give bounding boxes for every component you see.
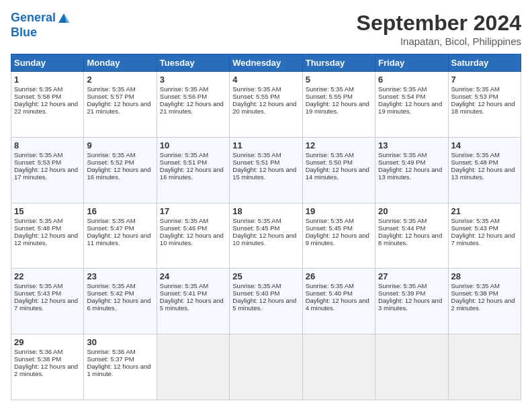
daylight: Daylight: 12 hours and 12 minutes. [14,232,78,246]
calendar-cell: 4 Sunrise: 5:35 AM Sunset: 5:55 PM Dayli… [230,72,302,138]
day-number: 1 [14,75,81,85]
day-number: 7 [451,75,518,85]
sunrise: Sunrise: 5:35 AM [87,85,135,93]
col-sunday: Sunday [11,54,84,72]
sunset: Sunset: 5:53 PM [14,158,61,166]
day-number: 12 [306,140,372,150]
calendar-cell: 19 Sunrise: 5:35 AM Sunset: 5:45 PM Dayl… [302,203,375,269]
daylight: Daylight: 12 hours and 14 minutes. [306,166,369,181]
sunset: Sunset: 5:54 PM [378,93,425,100]
calendar-cell: 12 Sunrise: 5:35 AM Sunset: 5:50 PM Dayl… [302,137,375,203]
calendar-cell: 1 Sunrise: 5:35 AM Sunset: 5:58 PM Dayli… [11,72,84,138]
calendar-cell: 18 Sunrise: 5:35 AM Sunset: 5:45 PM Dayl… [230,203,302,269]
sunrise: Sunrise: 5:35 AM [232,217,281,224]
sunrise: Sunrise: 5:35 AM [306,217,354,224]
col-thursday: Thursday [302,54,375,72]
calendar-week-5: 29 Sunrise: 5:36 AM Sunset: 5:38 PM Dayl… [11,334,521,400]
day-number: 2 [87,75,153,85]
calendar-cell: 29 Sunrise: 5:36 AM Sunset: 5:38 PM Dayl… [11,334,84,400]
sunrise: Sunrise: 5:35 AM [87,151,135,158]
day-number: 20 [378,206,445,216]
sunset: Sunset: 5:46 PM [160,224,207,232]
sunset: Sunset: 5:58 PM [14,93,61,100]
daylight: Daylight: 12 hours and 13 minutes. [451,166,515,181]
calendar-cell: 22 Sunrise: 5:35 AM Sunset: 5:43 PM Dayl… [11,269,84,334]
calendar-cell [230,334,302,400]
sunrise: Sunrise: 5:35 AM [451,151,500,158]
daylight: Daylight: 12 hours and 6 minutes. [87,297,150,312]
page: General Blue September 2024 Inapatan, Bi… [0,0,532,411]
daylight: Daylight: 12 hours and 4 minutes. [306,297,369,312]
sunset: Sunset: 5:55 PM [306,93,353,100]
sunset: Sunset: 5:39 PM [378,289,425,297]
day-number: 22 [14,271,81,281]
calendar-cell: 23 Sunrise: 5:35 AM Sunset: 5:42 PM Dayl… [84,269,157,334]
sunrise: Sunrise: 5:35 AM [306,85,354,93]
day-number: 19 [306,206,372,216]
logo-general: General [11,11,56,24]
calendar-cell: 30 Sunrise: 5:36 AM Sunset: 5:37 PM Dayl… [84,334,157,400]
day-number: 4 [232,75,299,85]
sunset: Sunset: 5:49 PM [378,158,425,166]
logo-icon [57,12,71,24]
sunset: Sunset: 5:55 PM [232,93,279,100]
calendar-cell: 8 Sunrise: 5:35 AM Sunset: 5:53 PM Dayli… [11,137,84,203]
daylight: Daylight: 12 hours and 1 minute. [87,363,150,377]
sunset: Sunset: 5:45 PM [306,224,353,232]
daylight: Daylight: 12 hours and 2 minutes. [451,297,515,312]
month-title: September 2024 [357,11,521,36]
day-number: 27 [378,271,445,281]
sunset: Sunset: 5:38 PM [451,289,498,297]
daylight: Daylight: 12 hours and 13 minutes. [378,166,442,181]
calendar-cell [448,334,521,400]
daylight: Daylight: 12 hours and 19 minutes. [306,100,369,115]
sunrise: Sunrise: 5:35 AM [378,282,427,289]
calendar-table: Sunday Monday Tuesday Wednesday Thursday… [11,54,521,400]
logo-text: General Blue [11,11,71,40]
sunset: Sunset: 5:47 PM [87,224,134,232]
sunset: Sunset: 5:51 PM [232,158,279,166]
sunrise: Sunrise: 5:35 AM [378,85,427,93]
sunrise: Sunrise: 5:35 AM [378,151,427,158]
daylight: Daylight: 12 hours and 5 minutes. [160,297,224,312]
daylight: Daylight: 12 hours and 8 minutes. [378,232,442,246]
sunrise: Sunrise: 5:35 AM [14,151,62,158]
day-number: 5 [306,75,372,85]
location-title: Inapatan, Bicol, Philippines [357,36,521,47]
daylight: Daylight: 12 hours and 16 minutes. [87,166,150,181]
day-number: 3 [160,75,226,85]
daylight: Daylight: 12 hours and 19 minutes. [378,100,442,115]
calendar-cell: 5 Sunrise: 5:35 AM Sunset: 5:55 PM Dayli… [302,72,375,138]
calendar-week-3: 15 Sunrise: 5:35 AM Sunset: 5:48 PM Dayl… [11,203,521,269]
sunrise: Sunrise: 5:35 AM [160,151,208,158]
sunrise: Sunrise: 5:35 AM [232,85,281,93]
day-number: 26 [306,271,372,281]
daylight: Daylight: 12 hours and 11 minutes. [87,232,150,246]
day-number: 30 [87,337,153,347]
calendar-cell: 16 Sunrise: 5:35 AM Sunset: 5:47 PM Dayl… [84,203,157,269]
sunset: Sunset: 5:48 PM [14,224,61,232]
calendar-cell: 17 Sunrise: 5:35 AM Sunset: 5:46 PM Dayl… [157,203,229,269]
day-number: 6 [378,75,445,85]
calendar-cell: 21 Sunrise: 5:35 AM Sunset: 5:43 PM Dayl… [448,203,521,269]
daylight: Daylight: 12 hours and 7 minutes. [451,232,515,246]
daylight: Daylight: 12 hours and 22 minutes. [14,100,78,115]
calendar-week-4: 22 Sunrise: 5:35 AM Sunset: 5:43 PM Dayl… [11,269,521,334]
sunrise: Sunrise: 5:35 AM [14,85,62,93]
day-number: 17 [160,206,226,216]
day-number: 11 [232,140,299,150]
daylight: Daylight: 12 hours and 10 minutes. [160,232,224,246]
calendar-cell: 3 Sunrise: 5:35 AM Sunset: 5:56 PM Dayli… [157,72,229,138]
calendar-cell: 9 Sunrise: 5:35 AM Sunset: 5:52 PM Dayli… [84,137,157,203]
header: General Blue September 2024 Inapatan, Bi… [11,11,521,47]
sunrise: Sunrise: 5:35 AM [451,85,500,93]
calendar-cell: 10 Sunrise: 5:35 AM Sunset: 5:51 PM Dayl… [157,137,229,203]
day-number: 10 [160,140,226,150]
sunrise: Sunrise: 5:35 AM [160,85,208,93]
sunset: Sunset: 5:41 PM [160,289,207,297]
col-friday: Friday [375,54,448,72]
sunset: Sunset: 5:42 PM [87,289,134,297]
day-number: 14 [451,140,518,150]
daylight: Daylight: 12 hours and 17 minutes. [14,166,78,181]
day-number: 9 [87,140,153,150]
